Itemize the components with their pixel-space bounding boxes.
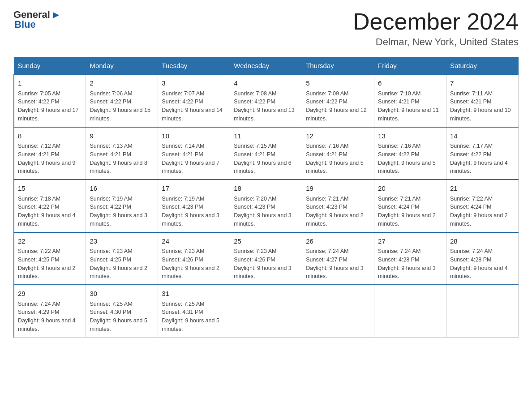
logo-blue-text: Blue: [14, 19, 36, 30]
calendar-cell: 12Sunrise: 7:16 AMSunset: 4:21 PMDayligh…: [302, 127, 374, 180]
calendar-week-5: 29Sunrise: 7:24 AMSunset: 4:29 PMDayligh…: [14, 285, 519, 337]
calendar-table: SundayMondayTuesdayWednesdayThursdayFrid…: [13, 57, 519, 338]
calendar-cell: 3Sunrise: 7:07 AMSunset: 4:22 PMDaylight…: [158, 74, 230, 127]
calendar-cell: [230, 285, 302, 337]
day-info: Sunrise: 7:18 AMSunset: 4:22 PMDaylight:…: [18, 195, 82, 228]
calendar-cell: 28Sunrise: 7:24 AMSunset: 4:28 PMDayligh…: [446, 232, 519, 285]
day-number: 17: [162, 184, 226, 194]
day-info: Sunrise: 7:24 AMSunset: 4:28 PMDaylight:…: [378, 247, 442, 281]
day-number: 4: [234, 78, 298, 89]
calendar-cell: 21Sunrise: 7:22 AMSunset: 4:24 PMDayligh…: [446, 180, 519, 232]
svg-marker-0: [53, 12, 59, 18]
day-number: 5: [306, 78, 370, 89]
day-number: 11: [234, 131, 298, 141]
day-number: 24: [162, 236, 226, 247]
day-number: 22: [18, 236, 82, 247]
day-info: Sunrise: 7:22 AMSunset: 4:25 PMDaylight:…: [18, 247, 82, 281]
day-number: 2: [90, 78, 154, 89]
day-info: Sunrise: 7:19 AMSunset: 4:23 PMDaylight:…: [162, 195, 226, 228]
day-info: Sunrise: 7:14 AMSunset: 4:21 PMDaylight:…: [162, 142, 226, 176]
day-number: 21: [450, 184, 515, 194]
day-number: 10: [162, 131, 226, 141]
calendar-cell: 27Sunrise: 7:24 AMSunset: 4:28 PMDayligh…: [374, 232, 446, 285]
day-info: Sunrise: 7:19 AMSunset: 4:22 PMDaylight:…: [90, 195, 154, 228]
day-info: Sunrise: 7:24 AMSunset: 4:29 PMDaylight:…: [18, 300, 82, 334]
page-header: General Blue December 2024 Delmar, New Y…: [13, 9, 519, 48]
col-header-monday: Monday: [86, 57, 158, 75]
calendar-cell: 2Sunrise: 7:06 AMSunset: 4:22 PMDaylight…: [86, 74, 158, 127]
calendar-cell: 16Sunrise: 7:19 AMSunset: 4:22 PMDayligh…: [86, 180, 158, 232]
col-header-sunday: Sunday: [14, 57, 86, 75]
calendar-cell: 5Sunrise: 7:09 AMSunset: 4:22 PMDaylight…: [302, 74, 374, 127]
calendar-week-2: 8Sunrise: 7:12 AMSunset: 4:21 PMDaylight…: [14, 127, 519, 180]
calendar-cell: 6Sunrise: 7:10 AMSunset: 4:21 PMDaylight…: [374, 74, 446, 127]
calendar-cell: [374, 285, 446, 337]
calendar-cell: 29Sunrise: 7:24 AMSunset: 4:29 PMDayligh…: [14, 285, 86, 337]
calendar-cell: 24Sunrise: 7:23 AMSunset: 4:26 PMDayligh…: [158, 232, 230, 285]
calendar-cell: 31Sunrise: 7:25 AMSunset: 4:31 PMDayligh…: [158, 285, 230, 337]
calendar-cell: 8Sunrise: 7:12 AMSunset: 4:21 PMDaylight…: [14, 127, 86, 180]
calendar-cell: 20Sunrise: 7:21 AMSunset: 4:24 PMDayligh…: [374, 180, 446, 232]
calendar-cell: 15Sunrise: 7:18 AMSunset: 4:22 PMDayligh…: [14, 180, 86, 232]
calendar-cell: 1Sunrise: 7:05 AMSunset: 4:22 PMDaylight…: [14, 74, 86, 127]
day-info: Sunrise: 7:22 AMSunset: 4:24 PMDaylight:…: [450, 195, 515, 228]
calendar-week-3: 15Sunrise: 7:18 AMSunset: 4:22 PMDayligh…: [14, 180, 519, 232]
day-number: 1: [18, 78, 82, 89]
day-info: Sunrise: 7:09 AMSunset: 4:22 PMDaylight:…: [306, 90, 370, 123]
day-info: Sunrise: 7:16 AMSunset: 4:22 PMDaylight:…: [378, 142, 442, 176]
calendar-cell: 7Sunrise: 7:11 AMSunset: 4:21 PMDaylight…: [446, 74, 519, 127]
calendar-cell: [446, 285, 519, 337]
day-info: Sunrise: 7:23 AMSunset: 4:26 PMDaylight:…: [234, 247, 298, 281]
day-info: Sunrise: 7:17 AMSunset: 4:22 PMDaylight:…: [450, 142, 515, 176]
calendar-cell: 4Sunrise: 7:08 AMSunset: 4:22 PMDaylight…: [230, 74, 302, 127]
day-number: 14: [450, 131, 515, 141]
day-info: Sunrise: 7:20 AMSunset: 4:23 PMDaylight:…: [234, 195, 298, 228]
day-info: Sunrise: 7:05 AMSunset: 4:22 PMDaylight:…: [18, 90, 82, 123]
day-number: 29: [18, 289, 82, 299]
day-number: 7: [450, 78, 515, 89]
calendar-cell: 17Sunrise: 7:19 AMSunset: 4:23 PMDayligh…: [158, 180, 230, 232]
calendar-cell: 18Sunrise: 7:20 AMSunset: 4:23 PMDayligh…: [230, 180, 302, 232]
calendar-cell: 14Sunrise: 7:17 AMSunset: 4:22 PMDayligh…: [446, 127, 519, 180]
day-number: 9: [90, 131, 154, 141]
day-number: 8: [18, 131, 82, 141]
day-number: 23: [90, 236, 154, 247]
calendar-cell: 10Sunrise: 7:14 AMSunset: 4:21 PMDayligh…: [158, 127, 230, 180]
day-number: 6: [378, 78, 442, 89]
calendar-cell: 22Sunrise: 7:22 AMSunset: 4:25 PMDayligh…: [14, 232, 86, 285]
logo: General Blue: [13, 9, 61, 30]
day-number: 18: [234, 184, 298, 194]
location-subtitle: Delmar, New York, United States: [353, 36, 519, 48]
calendar-cell: [302, 285, 374, 337]
calendar-cell: 30Sunrise: 7:25 AMSunset: 4:30 PMDayligh…: [86, 285, 158, 337]
day-number: 27: [378, 236, 442, 247]
day-number: 20: [378, 184, 442, 194]
day-number: 16: [90, 184, 154, 194]
day-number: 15: [18, 184, 82, 194]
calendar-cell: 23Sunrise: 7:23 AMSunset: 4:25 PMDayligh…: [86, 232, 158, 285]
calendar-week-1: 1Sunrise: 7:05 AMSunset: 4:22 PMDaylight…: [14, 74, 519, 127]
day-info: Sunrise: 7:06 AMSunset: 4:22 PMDaylight:…: [90, 90, 154, 123]
day-info: Sunrise: 7:23 AMSunset: 4:26 PMDaylight:…: [162, 247, 226, 281]
day-info: Sunrise: 7:25 AMSunset: 4:31 PMDaylight:…: [162, 300, 226, 334]
day-number: 13: [378, 131, 442, 141]
day-info: Sunrise: 7:24 AMSunset: 4:27 PMDaylight:…: [306, 247, 370, 281]
calendar-cell: 26Sunrise: 7:24 AMSunset: 4:27 PMDayligh…: [302, 232, 374, 285]
day-info: Sunrise: 7:07 AMSunset: 4:22 PMDaylight:…: [162, 90, 226, 123]
calendar-cell: 19Sunrise: 7:21 AMSunset: 4:23 PMDayligh…: [302, 180, 374, 232]
day-info: Sunrise: 7:16 AMSunset: 4:21 PMDaylight:…: [306, 142, 370, 176]
calendar-week-4: 22Sunrise: 7:22 AMSunset: 4:25 PMDayligh…: [14, 232, 519, 285]
day-number: 30: [90, 289, 154, 299]
day-info: Sunrise: 7:15 AMSunset: 4:21 PMDaylight:…: [234, 142, 298, 176]
day-info: Sunrise: 7:08 AMSunset: 4:22 PMDaylight:…: [234, 90, 298, 123]
day-info: Sunrise: 7:11 AMSunset: 4:21 PMDaylight:…: [450, 90, 515, 123]
calendar-cell: 13Sunrise: 7:16 AMSunset: 4:22 PMDayligh…: [374, 127, 446, 180]
day-info: Sunrise: 7:13 AMSunset: 4:21 PMDaylight:…: [90, 142, 154, 176]
calendar-cell: 11Sunrise: 7:15 AMSunset: 4:21 PMDayligh…: [230, 127, 302, 180]
day-number: 28: [450, 236, 515, 247]
col-header-wednesday: Wednesday: [230, 57, 302, 75]
day-info: Sunrise: 7:10 AMSunset: 4:21 PMDaylight:…: [378, 90, 442, 123]
day-info: Sunrise: 7:23 AMSunset: 4:25 PMDaylight:…: [90, 247, 154, 281]
day-number: 31: [162, 289, 226, 299]
calendar-cell: 25Sunrise: 7:23 AMSunset: 4:26 PMDayligh…: [230, 232, 302, 285]
